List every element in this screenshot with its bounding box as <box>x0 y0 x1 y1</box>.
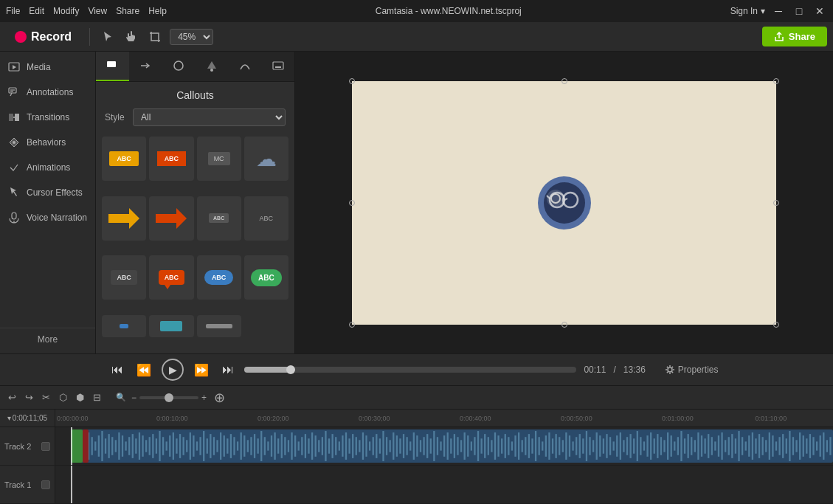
callout-orange-banner[interactable]: ABC <box>149 137 193 181</box>
minimize-button[interactable]: ─ <box>771 4 786 18</box>
ruler-right[interactable]: 0:00:00;00 0:00:10;00 0:00:20;00 0:00:30… <box>55 410 833 427</box>
signin-button[interactable]: Sign In ▾ <box>730 6 765 16</box>
paste-button[interactable]: ⬢ <box>74 390 86 405</box>
copy-button[interactable]: ⬡ <box>57 390 69 405</box>
menu-modify[interactable]: Modify <box>53 6 79 16</box>
record-button[interactable]: Record <box>6 30 80 44</box>
callout-grid: ABC ABC MC ☁ <box>96 132 294 353</box>
svg-rect-222 <box>714 441 716 450</box>
properties-button[interactable]: Properties <box>659 362 725 378</box>
scrubber[interactable] <box>244 367 576 373</box>
redo-button[interactable]: ↪ <box>23 390 35 405</box>
sidebar-label-annotations: Annotations <box>27 87 73 97</box>
svg-rect-88 <box>260 431 262 461</box>
track-2-content[interactable] <box>55 427 833 465</box>
zoom-slider[interactable] <box>139 396 198 399</box>
hand-tool[interactable] <box>122 28 140 46</box>
tab-callouts[interactable] <box>96 52 129 81</box>
pointer-tool[interactable] <box>99 28 117 46</box>
svg-rect-165 <box>522 440 523 452</box>
callout-arrow-orange[interactable] <box>149 196 193 241</box>
add-track-button[interactable]: ⊕ <box>211 390 228 406</box>
menu-view[interactable]: View <box>88 6 107 16</box>
track-2-red-clip[interactable] <box>83 429 89 463</box>
handle-left[interactable] <box>349 200 355 206</box>
callout-partial-1[interactable] <box>102 315 146 337</box>
frame-back-button[interactable]: ⏪ <box>134 360 154 380</box>
crop-tool[interactable] <box>146 28 164 46</box>
tab-shape[interactable] <box>162 52 196 81</box>
step-back-button[interactable]: ⏮ <box>108 360 126 379</box>
callout-rect-gray[interactable]: ABC <box>102 255 146 300</box>
share-button[interactable]: Share <box>762 27 827 46</box>
playhead[interactable] <box>71 427 72 465</box>
sidebar-item-behaviors[interactable]: Behaviors <box>0 130 95 155</box>
zoom-plus[interactable]: + <box>201 393 207 403</box>
handle-top-left[interactable] <box>349 78 355 84</box>
split-button[interactable]: ⊟ <box>91 390 103 405</box>
cut-button[interactable]: ✂ <box>40 390 52 405</box>
handle-right[interactable] <box>773 200 779 206</box>
track-2-visibility[interactable] <box>41 442 50 451</box>
svg-rect-123 <box>379 438 381 453</box>
handle-bottom-right[interactable] <box>773 322 779 328</box>
handle-top-right[interactable] <box>773 78 779 84</box>
svg-rect-239 <box>772 435 773 457</box>
svg-rect-105 <box>318 440 319 452</box>
zoom-select[interactable]: 45% <box>170 29 213 45</box>
sidebar-item-animations[interactable]: Animations <box>0 155 95 180</box>
sidebar-item-cursor-effects[interactable]: Cursor Effects <box>0 180 95 205</box>
tab-keyboard[interactable] <box>261 52 294 81</box>
menu-share[interactable]: Share <box>116 6 139 16</box>
callout-cloud[interactable]: ☁ <box>244 137 288 181</box>
callout-small-gray[interactable]: ABC <box>197 196 241 241</box>
menu-file[interactable]: File <box>6 6 20 16</box>
sidebar-more-button[interactable]: More <box>0 328 95 351</box>
tab-fill[interactable] <box>195 52 228 81</box>
svg-rect-194 <box>620 432 621 460</box>
play-button[interactable]: ▶ <box>162 359 184 381</box>
sidebar-item-annotations[interactable]: Annotations <box>0 80 95 105</box>
handle-bottom[interactable] <box>561 322 567 328</box>
style-select[interactable]: All Basic Sketch Theme <box>133 108 286 126</box>
frame-forward-button[interactable]: ⏩ <box>191 360 212 380</box>
scrubber-thumb[interactable] <box>286 365 295 374</box>
maximize-button[interactable]: □ <box>792 4 806 18</box>
callout-arrow-yellow[interactable] <box>102 196 146 241</box>
menu-help[interactable]: Help <box>148 6 167 16</box>
svg-rect-96 <box>288 440 289 452</box>
undo-button[interactable]: ↩ <box>6 390 18 405</box>
callout-speech-orange[interactable]: ABC <box>149 255 193 300</box>
svg-rect-149 <box>467 435 469 457</box>
svg-rect-18 <box>273 62 283 69</box>
collapse-button[interactable]: ▾ <box>7 414 11 422</box>
svg-rect-89 <box>264 437 266 455</box>
track-2-audio-clip[interactable] <box>71 429 833 463</box>
svg-rect-256 <box>829 437 831 455</box>
tab-arrow[interactable] <box>129 52 162 81</box>
tab-path[interactable] <box>228 52 261 81</box>
track-2-green-clip[interactable] <box>71 429 83 463</box>
callout-speech-blue[interactable]: ABC <box>197 255 241 300</box>
zoom-minus[interactable]: − <box>131 393 136 403</box>
menu-edit[interactable]: Edit <box>29 6 44 16</box>
zoom-in-icon[interactable]: 🔍 <box>114 390 128 404</box>
callout-speech-green[interactable]: ABC <box>244 255 288 300</box>
callout-partial-3[interactable] <box>197 315 241 337</box>
callout-yellow-banner[interactable]: ABC <box>102 137 146 181</box>
callout-gray-plain[interactable]: MC <box>197 137 241 181</box>
svg-rect-220 <box>708 434 709 458</box>
callout-partial-2[interactable] <box>149 315 193 337</box>
svg-rect-81 <box>237 441 238 450</box>
callout-text-only[interactable]: ABC <box>244 196 288 241</box>
sidebar-item-voice-narration[interactable]: Voice Narration <box>0 205 95 230</box>
sidebar-item-transitions[interactable]: Transitions <box>0 105 95 130</box>
svg-rect-115 <box>352 434 353 458</box>
step-forward-button[interactable]: ⏭ <box>219 360 237 379</box>
track-1-visibility[interactable] <box>41 480 50 489</box>
close-button[interactable]: ✕ <box>812 4 827 18</box>
track-1-content[interactable] <box>55 466 833 503</box>
handle-top[interactable] <box>561 78 567 84</box>
sidebar-item-media[interactable]: Media <box>0 55 95 80</box>
handle-bottom-left[interactable] <box>349 322 355 328</box>
